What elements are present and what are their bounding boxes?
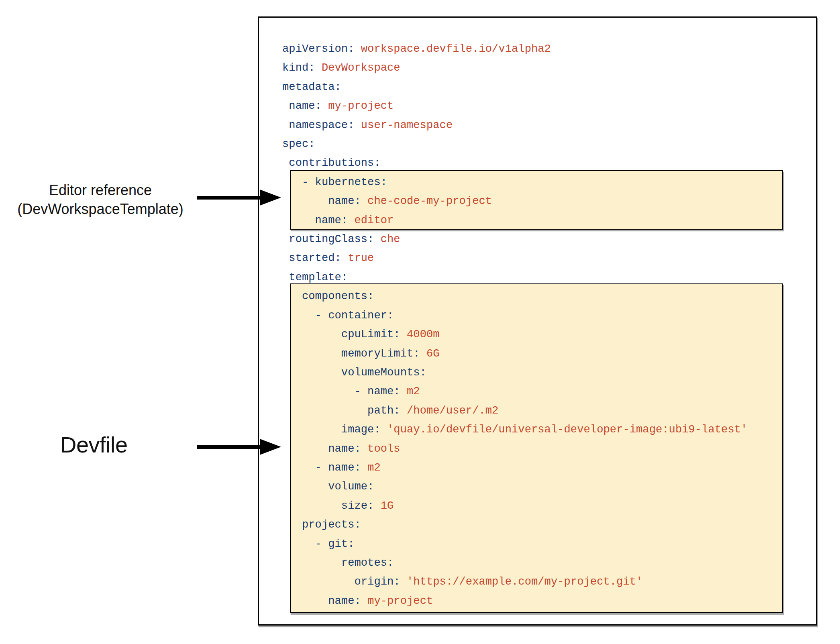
code-line: apiVersion: workspace.devfile.io/v1alpha… bbox=[282, 39, 747, 58]
arrow-head-icon bbox=[260, 439, 281, 455]
code-line: contributions: bbox=[282, 153, 747, 172]
code-line: name: my-project bbox=[282, 591, 747, 610]
code-line: kind: DevWorkspace bbox=[282, 58, 747, 77]
code-line: name: che-code-my-project bbox=[282, 192, 747, 210]
arrow-shaft bbox=[197, 445, 261, 449]
code-line: components: bbox=[282, 287, 747, 306]
code-line: size: 1G bbox=[282, 496, 747, 515]
diagram-canvas: apiVersion: workspace.devfile.io/v1alpha… bbox=[0, 0, 840, 644]
code-line: name: my-project bbox=[282, 96, 747, 115]
code-line: volume: bbox=[282, 477, 747, 496]
devfile-arrow bbox=[197, 439, 281, 455]
code-line: started: true bbox=[282, 249, 747, 267]
code-line: routingClass: che bbox=[282, 230, 747, 249]
code-line: volumeMounts: bbox=[282, 363, 747, 382]
code-line: projects: bbox=[282, 515, 747, 534]
code-line: spec: bbox=[282, 135, 747, 153]
code-line: path: /home/user/.m2 bbox=[282, 401, 747, 420]
editor-reference-label-line2: (DevWorkspaceTemplate) bbox=[12, 200, 189, 218]
devfile-label: Devfile bbox=[60, 434, 128, 456]
code-line: name: tools bbox=[282, 439, 747, 458]
editor-reference-arrow bbox=[197, 190, 281, 206]
code-line: origin: 'https://example.com/my-project.… bbox=[282, 572, 747, 591]
code-line: - name: m2 bbox=[282, 458, 747, 477]
code-line: cpuLimit: 4000m bbox=[282, 325, 747, 344]
code-line: image: 'quay.io/devfile/universal-develo… bbox=[282, 420, 747, 439]
code-line: - container: bbox=[282, 306, 747, 325]
code-line: name: editor bbox=[282, 211, 747, 230]
code-line: - name: m2 bbox=[282, 382, 747, 401]
code-line: namespace: user-namespace bbox=[282, 116, 747, 135]
code-line: - kubernetes: bbox=[282, 173, 747, 192]
code-line: - git: bbox=[282, 534, 747, 553]
code-line: template: bbox=[282, 268, 747, 287]
code-line: memoryLimit: 6G bbox=[282, 344, 747, 363]
code-line: remotes: bbox=[282, 553, 747, 572]
arrow-shaft bbox=[197, 196, 261, 200]
arrow-head-icon bbox=[260, 190, 281, 206]
code-line: metadata: bbox=[282, 77, 747, 96]
editor-reference-label-line1: Editor reference bbox=[12, 181, 189, 200]
yaml-code: apiVersion: workspace.devfile.io/v1alpha… bbox=[282, 39, 747, 610]
editor-reference-label: Editor reference (DevWorkspaceTemplate) bbox=[12, 181, 189, 218]
